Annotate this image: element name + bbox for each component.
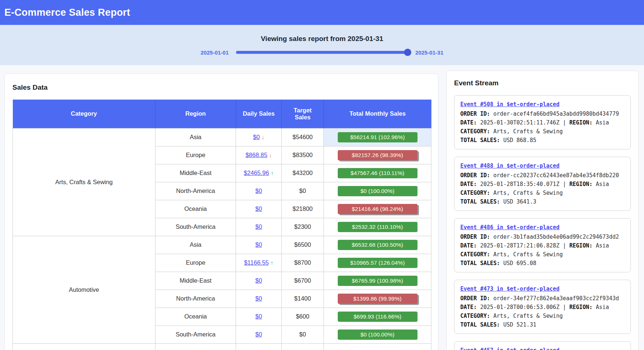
date-range-slider[interactable] [236, 51, 408, 54]
total-sales-badge: $0 (100.00%) [338, 329, 418, 340]
target-sales-cell: $83500 [282, 146, 324, 164]
daily-sales-link[interactable]: $0 [255, 223, 262, 230]
total-sales-cell: $699.93 (116.66%) [324, 308, 431, 325]
category-label: CATEGORY: [460, 190, 490, 196]
target-sales-cell: $1400 [282, 290, 324, 308]
separator: | [563, 304, 566, 310]
event-order-line: ORDER ID: order-cc20237cc62443ee87ab4e35… [460, 171, 625, 180]
category-cell: Automotive [13, 236, 156, 343]
event-order-line: ORDER ID: order-3b1faad35bde4e06ad99c2c2… [460, 232, 625, 241]
total-sales-badge: $56214.91 (102.96%) [338, 132, 418, 142]
daily-sales-link[interactable]: $1166.55 [244, 259, 269, 266]
region-value: Asia [596, 304, 609, 310]
region-value: Asia [596, 119, 609, 126]
event-stream-panel: Event Stream Event #508 in $et-order-pla… [446, 71, 639, 350]
total-sales-badge: $2532.32 (110.10%) [338, 222, 418, 232]
total-sales-label: TOTAL SALES: [460, 198, 500, 205]
date-value: 2025-01-30T02:51:11.746Z [480, 119, 559, 126]
total-sales-value: USD 521.31 [503, 321, 536, 328]
daily-sales-cell [236, 343, 282, 350]
target-sales-cell: $6500 [282, 236, 324, 254]
region-cell: North-America [156, 290, 236, 308]
event-total-line: TOTAL SALES: USD 868.85 [460, 136, 625, 145]
sales-data-heading: Sales Data [12, 83, 430, 92]
total-sales-cell: $2532.32 (110.10%) [324, 218, 431, 236]
date-label: DATE: [460, 181, 477, 187]
event-link[interactable]: Event #457 in $et-order-placed [460, 346, 559, 350]
total-sales-label: TOTAL SALES: [460, 260, 500, 267]
daily-sales-link[interactable]: $0 [255, 313, 262, 320]
region-cell: Asia [156, 128, 236, 146]
event-date-line: DATE: 2025-01-30T02:51:11.746Z | REGION:… [460, 118, 625, 127]
daily-sales-link[interactable]: $2465.96 [244, 170, 269, 176]
daily-sales-link[interactable]: $0 [255, 331, 262, 338]
event-link[interactable]: Event #488 in $et-order-placed [460, 161, 559, 170]
daily-sales-cell: $0 [236, 272, 282, 290]
daily-sales-link[interactable]: $0 [255, 187, 262, 194]
region-cell: Middle-East [156, 272, 236, 290]
trend-up-icon: ↑ [271, 170, 274, 176]
daily-sales-cell: $0 [236, 236, 282, 254]
event-card: Event #508 in $et-order-placed ORDER ID:… [454, 95, 631, 149]
event-total-line: TOTAL SALES: USD 695.08 [460, 259, 625, 268]
trend-up-icon: ↑ [271, 260, 274, 266]
date-label: DATE: [460, 242, 477, 249]
date-value: 2025-01-28T18:35:40.071Z [480, 181, 559, 187]
category-value: Arts, Crafts & Sewing [493, 190, 563, 196]
daily-sales-link[interactable]: $0 [255, 241, 262, 248]
daily-sales-cell: $868.85↓ [236, 146, 282, 164]
daily-sales-cell: $0 [236, 290, 282, 308]
column-header-region: Region [156, 100, 236, 128]
date-value: 2025-01-28T00:06:53.006Z [480, 304, 559, 310]
daily-sales-link[interactable]: $0 [255, 205, 262, 212]
table-row: Arts, Crafts & Sewing Asia $0↓ $54600 $5… [13, 128, 431, 146]
target-sales-cell: $43200 [282, 164, 324, 182]
event-date-line: DATE: 2025-01-28T00:06:53.006Z | REGION:… [460, 303, 625, 312]
table-header-row: Category Region Daily Sales Target Sales… [13, 100, 431, 128]
total-sales-cell: $82157.26 (98.39%) [324, 146, 431, 164]
total-sales-value: USD 695.08 [503, 260, 536, 267]
total-sales-cell: $1399.86 (99.99%) [324, 290, 431, 308]
event-link[interactable]: Event #508 in $et-order-placed [460, 100, 559, 109]
date-value: 2025-01-28T17:21:06.828Z [480, 242, 559, 249]
event-category-line: CATEGORY: Arts, Crafts & Sewing [460, 312, 625, 320]
event-total-line: TOTAL SALES: USD 521.31 [460, 320, 625, 329]
region-cell: Europe [156, 146, 236, 164]
category-cell [13, 343, 156, 350]
event-link[interactable]: Event #473 in $et-order-placed [460, 284, 559, 293]
category-label: CATEGORY: [460, 251, 490, 258]
event-date-line: DATE: 2025-01-28T17:21:06.828Z | REGION:… [460, 241, 625, 250]
target-sales-cell [282, 343, 324, 350]
sales-table: Category Region Daily Sales Target Sales… [12, 100, 431, 350]
region-cell: Oceania [156, 308, 236, 325]
event-category-line: CATEGORY: Arts, Crafts & Sewing [460, 189, 625, 197]
order-id-label: ORDER ID: [460, 111, 490, 117]
region-cell [156, 343, 236, 350]
total-sales-cell [324, 343, 431, 350]
total-sales-cell: $56214.91 (102.96%) [324, 128, 431, 146]
total-sales-value: USD 3641.3 [503, 198, 536, 205]
slider-thumb[interactable] [404, 49, 411, 56]
event-link[interactable]: Event #486 in $et-order-placed [460, 223, 559, 232]
column-header-category: Category [13, 100, 156, 128]
daily-sales-link[interactable]: $0 [253, 134, 260, 140]
table-row-partial [13, 343, 431, 350]
daily-sales-cell: $1166.55↑ [236, 254, 282, 272]
total-sales-cell: $6765.99 (100.98%) [324, 272, 431, 290]
region-label: REGION: [569, 181, 592, 187]
order-id-label: ORDER ID: [460, 234, 490, 240]
separator: | [563, 181, 566, 187]
table-row: Automotive Asia $0 $6500 $6532.68 (100.5… [13, 236, 431, 254]
daily-sales-link[interactable]: $0 [255, 295, 262, 302]
target-sales-cell: $0 [282, 325, 324, 343]
region-cell: Europe [156, 254, 236, 272]
order-id-value: order-3b1faad35bde4e06ad99c2c294673dd2 [493, 234, 619, 240]
total-sales-label: TOTAL SALES: [460, 137, 500, 144]
total-sales-badge: $6532.68 (100.50%) [338, 240, 418, 250]
daily-sales-link[interactable]: $0 [255, 277, 262, 284]
event-order-line: ORDER ID: order-acef4fa66bd945a3abdd9980… [460, 109, 625, 118]
daily-sales-link[interactable]: $868.85 [246, 152, 267, 158]
total-sales-cell: $0 (100.00%) [324, 325, 431, 343]
daily-sales-cell: $2465.96↑ [236, 164, 282, 182]
daily-sales-cell: $0↓ [236, 128, 282, 146]
